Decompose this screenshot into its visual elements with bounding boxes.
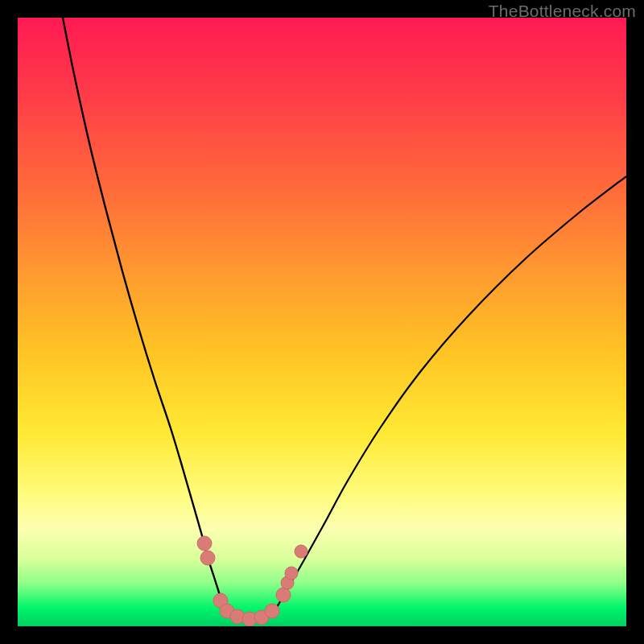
curve-left-branch [63, 18, 225, 610]
curve-right-branch [277, 176, 626, 607]
data-markers [197, 536, 308, 626]
data-marker [265, 604, 279, 618]
data-marker [197, 536, 212, 551]
data-marker [200, 551, 215, 565]
data-marker [295, 545, 308, 558]
data-marker [285, 567, 298, 580]
watermark-text: TheBottleneck.com [489, 2, 636, 21]
chart-plot-area [18, 18, 626, 626]
chart-svg [18, 18, 626, 626]
data-marker [276, 588, 291, 602]
